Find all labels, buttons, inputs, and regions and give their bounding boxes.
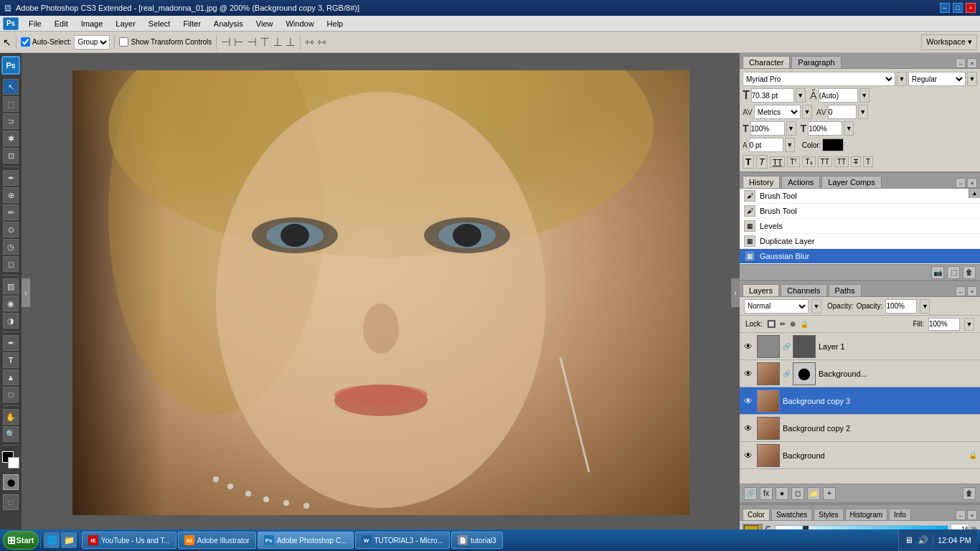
history-camera-btn[interactable]: 📷 — [931, 266, 944, 279]
history-item-3[interactable]: ▦ Levels — [740, 219, 980, 234]
color-close-btn[interactable]: × — [967, 510, 977, 520]
font-family-arrow[interactable]: ▼ — [897, 72, 907, 86]
hand-tool[interactable]: ✋ — [3, 409, 19, 425]
history-collapse-btn[interactable]: – — [956, 178, 966, 188]
layer-eye-2[interactable]: 👁 — [743, 368, 754, 380]
align-left-icon[interactable]: ⊣ — [221, 35, 231, 49]
baseline-arrow[interactable]: ▼ — [785, 138, 795, 152]
tab-actions[interactable]: Actions — [781, 176, 820, 188]
italic-btn[interactable]: T — [756, 155, 768, 169]
start-button[interactable]: ⊞ Start — [3, 531, 39, 550]
layer-eye-4[interactable]: 👁 — [743, 423, 754, 434]
tab-paragraph[interactable]: Paragraph — [791, 56, 841, 68]
lock-paint-btn[interactable]: ✏ — [780, 320, 786, 328]
tracking-arrow[interactable]: ▼ — [802, 105, 812, 119]
pen-tool[interactable]: ✒ — [3, 335, 19, 351]
font-style-arrow[interactable]: ▼ — [967, 72, 977, 86]
lock-transparent-btn[interactable]: 🔲 — [767, 320, 776, 328]
tab-color[interactable]: Color — [743, 509, 770, 520]
path-select-tool[interactable]: ▲ — [3, 369, 19, 385]
layer-item-3[interactable]: 👁 Background copy 3 — [740, 387, 980, 415]
text-color-swatch[interactable] — [822, 138, 844, 151]
show-transform-checkbox[interactable]: Show Transform Controls — [119, 37, 212, 47]
layers-collapse-btn[interactable]: – — [956, 286, 966, 296]
new-group-btn[interactable]: 📁 — [807, 487, 820, 500]
layer-eye-3[interactable]: 👁 — [743, 395, 754, 407]
vertical-scale-input[interactable] — [808, 121, 842, 136]
leading-arrow[interactable]: ▼ — [859, 88, 870, 103]
history-new-btn[interactable]: ⬚ — [947, 266, 960, 279]
tracking-select[interactable]: Metrics — [754, 105, 801, 119]
tab-channels[interactable]: Channels — [781, 284, 826, 296]
blur-tool[interactable]: ◉ — [3, 296, 19, 311]
taskbar-tutorial[interactable]: 📄 tutorial3 — [451, 532, 503, 549]
fill-arrow[interactable]: ▼ — [964, 318, 974, 331]
maximize-button[interactable]: □ — [953, 3, 963, 13]
strikethrough-btn[interactable]: T̶ — [851, 156, 861, 167]
menu-select[interactable]: Select — [143, 18, 176, 29]
opacity-arrow[interactable]: ▼ — [920, 299, 930, 314]
tab-layer-comps[interactable]: Layer Comps — [821, 176, 881, 188]
tab-swatches[interactable]: Swatches — [771, 509, 812, 520]
fill-input[interactable] — [928, 318, 960, 331]
align-middle-icon[interactable]: ⊥ — [273, 35, 283, 49]
kerning-input[interactable] — [828, 105, 857, 119]
gradient-tool[interactable]: ▨ — [3, 278, 19, 294]
auto-select-toggle[interactable] — [21, 37, 30, 47]
lasso-tool[interactable]: ⊃ — [3, 113, 19, 129]
new-fill-adj-btn[interactable]: ◻ — [791, 487, 804, 500]
spot-heal-tool[interactable]: ⊕ — [3, 187, 19, 203]
crop-tool[interactable]: ⊡ — [3, 148, 19, 164]
delete-layer-btn[interactable]: 🗑 — [963, 487, 976, 500]
history-item-4[interactable]: ▦ Duplicate Layer — [740, 234, 980, 249]
workspace-button[interactable]: Workspace ▾ — [921, 34, 977, 50]
superscript-btn[interactable]: Tᵀ — [787, 156, 800, 167]
lock-all-btn[interactable]: 🔒 — [800, 320, 809, 328]
taskbar-word[interactable]: W TUTORIAL3 - Micro... — [355, 532, 451, 549]
screen-mode-toggle[interactable]: ⬚ — [3, 494, 19, 510]
move-tool[interactable]: ↖ — [3, 79, 19, 95]
menu-analysis[interactable]: Analysis — [208, 18, 249, 29]
menu-edit[interactable]: Edit — [49, 18, 74, 29]
brush-tool[interactable]: ✏ — [3, 204, 19, 220]
quick-select-tool[interactable]: ✱ — [3, 131, 19, 146]
kerning-arrow[interactable]: ▼ — [858, 105, 868, 119]
layer-eye-5[interactable]: 👁 — [743, 450, 754, 461]
quicklaunch-explorer[interactable]: 📁 — [61, 532, 77, 548]
quicklaunch-ie[interactable]: 🌐 — [44, 532, 60, 548]
font-family-select[interactable]: Myriad Pro — [743, 72, 895, 86]
layer-item-2[interactable]: 👁 🔗 ⬤ Background... — [740, 360, 980, 387]
tab-paths[interactable]: Paths — [829, 284, 862, 296]
smallcaps-btn[interactable]: TT — [834, 156, 849, 167]
minimize-button[interactable]: – — [940, 3, 950, 13]
underline-btn[interactable]: TT — [770, 156, 785, 168]
background-color[interactable] — [8, 457, 19, 468]
font-size-input[interactable] — [751, 88, 794, 103]
align-bottom-icon[interactable]: ⊥ — [286, 35, 296, 49]
history-item-2[interactable]: 🖌 Brush Tool — [740, 204, 980, 219]
menu-window[interactable]: Window — [280, 18, 319, 29]
history-item-1[interactable]: 🖌 Brush Tool — [740, 189, 980, 204]
char-close-btn[interactable]: × — [967, 58, 977, 68]
add-mask-btn[interactable]: ● — [776, 487, 788, 500]
leading-input[interactable] — [819, 88, 858, 103]
scroll-right[interactable]: › — [731, 278, 740, 307]
taskbar-illustrator[interactable]: Ai Adobe Illustrator — [178, 532, 256, 549]
tab-histogram[interactable]: Histogram — [845, 509, 888, 520]
type-tool[interactable]: T — [3, 352, 19, 368]
show-transform-toggle[interactable] — [119, 37, 128, 47]
align-right-icon[interactable]: ⊣ — [247, 35, 257, 49]
align-center-h-icon[interactable]: ⊢ — [234, 35, 244, 49]
tab-layers[interactable]: Layers — [743, 284, 779, 296]
menu-image[interactable]: Image — [75, 18, 109, 29]
link-layers-btn[interactable]: 🔗 — [744, 487, 757, 500]
clone-tool[interactable]: ⊙ — [3, 222, 19, 237]
blend-mode-arrow[interactable]: ▼ — [811, 299, 821, 314]
bold-btn[interactable]: T — [743, 155, 754, 169]
tab-history[interactable]: History — [743, 176, 780, 188]
tray-network-icon[interactable]: 🖥 — [905, 535, 913, 545]
tab-info[interactable]: Info — [889, 509, 911, 520]
menu-layer[interactable]: Layer — [110, 18, 141, 29]
layers-close-btn[interactable]: × — [967, 286, 977, 296]
layer-item-1[interactable]: 👁 🔗 Layer 1 — [740, 333, 980, 360]
